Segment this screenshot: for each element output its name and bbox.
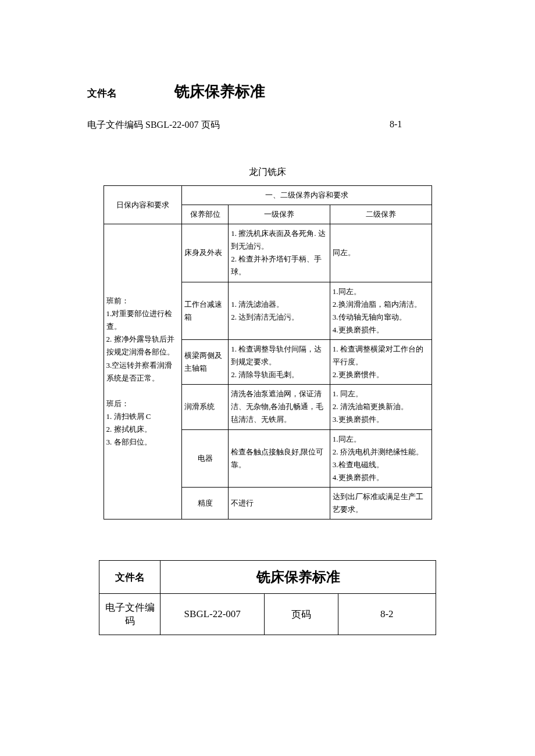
l2-cell: 1. 同左。 2. 清洗油箱更换新油。 3.更换磨损件。 [330, 385, 431, 429]
header-row: 文件名 铣床保养标准 [87, 81, 448, 102]
level2-header: 二级保养 [330, 205, 431, 224]
table-row: 班前： 1.对重要部位进行检查。 2. 擦净外露导轨后并按规定润滑各部位。 3.… [104, 224, 431, 282]
part-cell: 工作台减速箱 [182, 282, 229, 339]
l2-cell: 1.同左。 2.换润滑油脂，箱内清洁。 3.传动轴无轴向窜动。 4.更换磨损件。 [330, 282, 431, 339]
l2-cell: 达到出厂标准或满足生产工艺要求。 [330, 487, 431, 519]
document-title: 铣床保养标准 [174, 81, 265, 102]
page-number: 8-1 [390, 119, 448, 131]
group-header: 一、二级保养内容和要求 [182, 186, 431, 205]
file-code-page-label: 电子文件编码 SBGL-22-007 页码 [87, 119, 390, 131]
footer-row-1: 文件名 铣床保养标准 [99, 561, 436, 594]
l1-cell: 1. 检查调整导轨付间隔，达到规定要求。 2. 清除导轨面毛刺。 [229, 339, 330, 384]
table-header-row-1: 日保内容和要求 一、二级保养内容和要求 [104, 186, 431, 205]
level1-header: 一级保养 [229, 205, 330, 224]
l2-cell: 1. 检查调整横梁对工作台的平行度。 2.更换磨惯件。 [330, 339, 431, 384]
l1-cell: 清洗各油泵遮油网，保证清洁、无杂物,各油孔畅通，毛毡清洁、无铁屑。 [229, 385, 330, 429]
part-cell: 电器 [182, 429, 229, 487]
meta-row: 电子文件编码 SBGL-22-007 页码 8-1 [87, 119, 448, 131]
footer-title: 铣床保养标准 [160, 561, 436, 594]
daily-header: 日保内容和要求 [104, 186, 182, 224]
equipment-name: 龙门铣床 [87, 166, 448, 178]
footer-table: 文件名 铣床保养标准 电子文件编码 SBGL-22-007 页码 8-2 [99, 560, 436, 635]
l2-cell: 1.同左。 2. 疥洗电机并测绝缘性能。 3.检查电磁线。 4.更换磨损件。 [330, 429, 431, 487]
footer-code-value: SBGL-22-007 [160, 594, 265, 635]
part-cell: 横梁两侧及主轴箱 [182, 339, 229, 384]
part-cell: 床身及外表 [182, 224, 229, 282]
l1-cell: 1. 清洗滤油器。 2. 达到清洁无油污。 [229, 282, 330, 339]
footer-row-2: 电子文件编码 SBGL-22-007 页码 8-2 [99, 594, 436, 635]
part-cell: 润滑系统 [182, 385, 229, 429]
footer-page-label: 页码 [265, 594, 338, 635]
part-cell: 精度 [182, 487, 229, 519]
daily-content: 班前： 1.对重要部位进行检查。 2. 擦净外露导轨后并按规定润滑各部位。 3.… [104, 224, 182, 519]
l2-cell: 同左。 [330, 224, 431, 282]
l1-cell: 不进行 [229, 487, 330, 519]
l1-cell: 检查各触点接触良好,限位可靠。 [229, 429, 330, 487]
maintenance-table: 日保内容和要求 一、二级保养内容和要求 保养部位 一级保养 二级保养 班前： 1… [104, 185, 432, 519]
l1-cell: 1. 擦洗机床表面及各死角. 达到无油污。 2. 检查并补齐塔钉手柄、手球。 [229, 224, 330, 282]
footer-code-label: 电子文件编码 [99, 594, 160, 635]
part-header: 保养部位 [182, 205, 229, 224]
file-name-label: 文件名 [87, 87, 174, 100]
footer-file-label: 文件名 [99, 561, 160, 594]
footer-page-value: 8-2 [338, 594, 436, 635]
